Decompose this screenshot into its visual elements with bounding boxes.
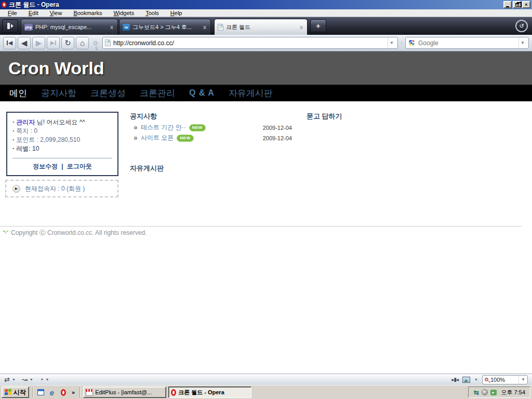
opera-launcher-icon[interactable] [59,388,68,397]
edit-info-link[interactable]: 정보수정 [33,163,58,170]
free-board-title[interactable]: 자유게시판 [130,164,164,173]
restore-icon [515,3,519,7]
menu-widgets[interactable]: Widgets [108,10,140,16]
tab-php[interactable]: php PHP: mysql_escape... x [21,19,118,35]
closed-tabs-button[interactable]: ↺ [515,20,528,32]
tab-cronworld-active[interactable]: 크론 월드 x [214,19,308,35]
back-button[interactable]: ◀ [18,37,31,49]
chevron-down-icon[interactable]: ▼ [12,378,16,381]
expand-visitors-button[interactable]: ▶ [12,185,20,193]
qna-section: 묻고 답하기 [307,112,342,121]
chevron-down-icon[interactable]: ▼ [30,378,33,381]
menu-bookmarks[interactable]: Bookmarks [68,10,108,16]
qna-section-title[interactable]: 묻고 답하기 [307,112,342,121]
menu-help[interactable]: Help [165,10,188,16]
home-icon: ⌂ [80,39,85,47]
tab-bar: php PHP: mysql_escape... x ∞ 그누보드4 > 그누4… [0,17,532,35]
sync-arrows-icon[interactable]: ⇄ [4,376,10,383]
internet-explorer-icon[interactable]: e [47,388,57,397]
tab-gnuboard[interactable]: ∞ 그누보드4 > 그누4 후... x [119,19,211,35]
leaf-icon [3,229,9,237]
url-field[interactable]: ▼ [102,37,398,49]
menu-edit[interactable]: Edit [23,10,44,16]
chevron-right-icon [11,24,14,28]
window-titlebar: 크론 월드 - Opera × [0,0,532,9]
safely-remove-icon[interactable]: ▸ [490,390,497,395]
close-button[interactable]: × [522,1,530,8]
menu-view[interactable]: View [44,10,68,16]
clock: 오후 7:54 [501,389,525,396]
forward-button[interactable]: ▶ [32,37,45,49]
panel-toggle-button[interactable] [2,19,18,33]
zoom-control[interactable]: 100% ▼ [482,375,528,384]
reload-button[interactable]: ↻ [61,37,74,49]
nav-cron-create[interactable]: 크론생성 [90,87,126,99]
minimize-button[interactable] [503,1,512,8]
menu-file[interactable]: File [2,10,23,16]
opera-icon [171,389,176,396]
chevron-down-icon[interactable]: ▼ [46,378,49,381]
nav-cron-manage[interactable]: 크론관리 [140,87,175,99]
panel-icon [7,23,10,29]
nav-notice[interactable]: 공지사항 [41,87,76,99]
network-activity-icon[interactable]: ⇆ [473,389,478,395]
fast-forward-button[interactable]: ▶ [47,37,60,49]
quicklaunch-overflow-chevron[interactable]: » [70,389,76,395]
tab-close-icon[interactable]: x [202,24,207,30]
chevron-down-icon[interactable]: ▼ [474,378,478,381]
notice-date: 2009-12-04 [263,135,292,141]
rewind-button[interactable]: ◀ [3,37,16,49]
address-bar: ◀ ◀ ▶ ▶ ↻ ⌂ ▼ ⁞ ▼ [0,35,532,51]
notice-link[interactable]: 테스트 기간 안·· [141,123,186,132]
zoom-dropdown-arrow[interactable]: ▼ [518,376,525,384]
php-favicon: php [24,24,33,31]
turbo-dial-icon[interactable]: ◔ [39,376,44,383]
nav-qna[interactable]: Q & A [189,88,215,98]
link-separator: | [61,163,63,170]
opera-status-bar: ⇄ ▼ ↝ ▼ ◔ ▼ ▸▮◂ ▼ 100% ▼ [0,374,532,385]
document-favicon [218,24,223,31]
home-button[interactable]: ⌂ [76,37,89,49]
toolbar-splitter-handle[interactable]: ⁞ [400,42,404,44]
magnifier-icon [485,378,488,381]
new-tab-button[interactable]: + [310,19,326,32]
url-dropdown-arrow[interactable]: ▼ [388,37,395,48]
taskbar-divider [32,387,33,397]
images-toggle-icon[interactable] [462,377,470,383]
tab-close-icon[interactable]: x [299,24,304,30]
task-button-editplus[interactable]: EditPlus - [iamfast@... [83,387,166,398]
menu-tools[interactable]: Tools [140,10,165,16]
window-title: 크론 월드 - Opera [9,1,59,9]
nav-free-board[interactable]: 자유게시판 [229,87,273,99]
task-label: 크론 월드 - Opera [178,389,224,396]
opera-link-icon[interactable]: ↝ [22,376,28,383]
notice-date: 2009-12-04 [263,125,292,131]
fit-to-width-icon[interactable]: ▸▮◂ [452,377,459,382]
google-icon [408,39,416,47]
reload-icon: ↻ [64,39,71,47]
nav-main[interactable]: 메인 [9,87,27,99]
windows-taskbar: 시작 e » EditPlus - [iamfast@... 크론 월드 - O… [0,385,532,399]
minimize-icon [506,6,509,7]
search-field[interactable]: ▼ [405,37,529,49]
show-desktop-icon[interactable] [36,388,45,397]
browser-viewport: Cron World 메인 공지사항 크론생성 크론관리 Q & A 자유게시판… [0,51,532,374]
tab-close-icon[interactable]: x [109,24,114,30]
editplus-icon [86,389,93,396]
user-name-link[interactable]: 관리자 [16,118,35,126]
taskbar-divider [79,387,80,397]
user-points-line: 포인트 : 2,099,280,510 [12,136,112,144]
task-button-opera-active[interactable]: 크론 월드 - Opera [168,387,251,398]
search-dropdown-arrow[interactable]: ▼ [518,37,526,48]
free-board-section: 자유게시판 [130,164,164,173]
back-icon: ◀ [21,39,28,47]
restore-button[interactable] [513,1,521,8]
logout-link[interactable]: 로그아웃 [67,163,92,170]
footer-divider [0,226,522,227]
notice-section-title[interactable]: 공지사항 [130,112,292,121]
start-button[interactable]: 시작 [2,387,29,398]
notice-link[interactable]: 사이트 오픈 [141,134,174,142]
search-input[interactable] [418,39,516,47]
url-input[interactable] [113,39,385,47]
volume-icon[interactable] [482,389,488,395]
